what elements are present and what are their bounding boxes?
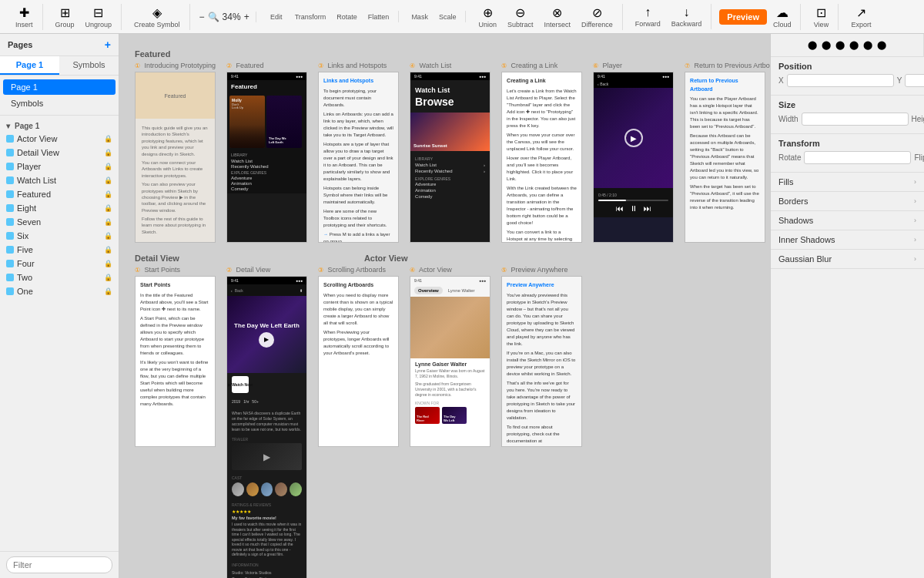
scale-button[interactable]: Scale xyxy=(434,11,461,22)
tab-symbols[interactable]: Symbols xyxy=(59,56,119,75)
artboard-intro[interactable]: Featured This quick guide will give you … xyxy=(135,72,216,243)
view-button[interactable]: ⊡ View xyxy=(808,4,833,30)
flatten-button[interactable]: Flatten xyxy=(363,11,394,22)
artboard-featured[interactable]: 9:41 ●●● Featured Molly Don'tLook Up xyxy=(226,72,307,243)
mask-button[interactable]: Mask xyxy=(407,11,433,22)
backward-button[interactable]: ↓ Backward xyxy=(667,4,707,29)
zoom-control[interactable]: − 🔍 34% + xyxy=(193,12,256,22)
layer-item-two[interactable]: Two 🔒 xyxy=(0,271,119,284)
wl-item-recently[interactable]: Recently Watched› xyxy=(415,168,485,174)
back-btn[interactable]: ‹ xyxy=(231,288,233,293)
wl-genre-comedy[interactable]: Comedy xyxy=(415,193,485,200)
artboard-watchlist[interactable]: 9:41 ●●● Watch List Browse Sunrise Sunse… xyxy=(410,72,490,243)
wl-genre-animation[interactable]: Animation xyxy=(415,187,485,193)
player-pause-btn[interactable]: ⏸ xyxy=(630,204,638,213)
edit-button[interactable]: Edit xyxy=(264,11,289,22)
tab-page1[interactable]: Page 1 xyxy=(0,56,59,75)
subtract-button[interactable]: ⊖ Subtract xyxy=(503,4,538,30)
layer-item-seven[interactable]: Seven 🔒 xyxy=(0,215,119,229)
page-item-symbols[interactable]: Symbols xyxy=(3,96,116,111)
layer-item-watch-list[interactable]: Watch List 🔒 xyxy=(0,173,119,187)
transform-button[interactable]: Transform xyxy=(290,11,331,22)
artboard-title-links: ③ Links and Hotspots xyxy=(318,62,399,69)
layer-item-featured[interactable]: Featured 🔒 xyxy=(0,187,119,201)
layer-item-one[interactable]: One 🔒 xyxy=(0,284,119,298)
borders-expand[interactable]: Borders › xyxy=(771,192,924,211)
player-next-btn[interactable]: ⏭ xyxy=(644,204,651,213)
artboard-startpoints[interactable]: Start Points In the title of the Feature… xyxy=(135,276,216,447)
gaussian-blur-expand[interactable]: Gaussian Blur › xyxy=(771,250,924,269)
group-button[interactable]: ⊞ Group xyxy=(51,4,79,30)
artboard-return[interactable]: Return to Previous Artboard You can see … xyxy=(685,72,765,243)
page-item-page1[interactable]: Page 1 xyxy=(3,79,116,95)
add-page-button[interactable]: + xyxy=(105,39,111,51)
intersect-button[interactable]: ⊗ Intersect xyxy=(539,4,575,30)
boolean-group: Mask Scale xyxy=(402,11,466,22)
ungroup-button[interactable]: ⊟ Ungroup xyxy=(81,4,117,30)
intro-text: This quick guide will give you an introd… xyxy=(136,119,215,241)
y-input[interactable] xyxy=(905,74,924,87)
layer-item-player[interactable]: Player 🔒 xyxy=(0,160,119,173)
zoom-minus[interactable]: − xyxy=(199,12,205,22)
overview-tab[interactable]: Overview xyxy=(414,287,443,294)
align-right-btn[interactable]: ⬤ xyxy=(834,39,846,52)
artboard-preview[interactable]: Preview Anywhere You've already previewe… xyxy=(501,276,582,447)
rotate-input[interactable] xyxy=(804,151,911,164)
watch-now-btn[interactable]: ▶ Watch Now xyxy=(232,376,249,393)
artboard-scrolling[interactable]: Scrolling Artboards When you need to dis… xyxy=(318,276,399,447)
cast-avatars-list xyxy=(232,482,302,496)
wl-genre-adventure[interactable]: Adventure xyxy=(415,181,485,187)
x-input[interactable] xyxy=(787,74,894,87)
shadows-expand[interactable]: Shadows › xyxy=(771,211,924,230)
union-button[interactable]: ⊕ Union xyxy=(474,4,501,30)
cast-avatar-4 xyxy=(275,482,287,496)
artboard-player[interactable]: 9:41 ●●● ‹ Back ▶ xyxy=(593,72,674,243)
difference-button[interactable]: ⊘ Difference xyxy=(577,4,618,30)
layer-item-six[interactable]: Six 🔒 xyxy=(0,229,119,243)
preview-button[interactable]: Preview xyxy=(719,9,767,25)
export-button[interactable]: ↗ Export xyxy=(846,4,875,30)
align-bottom-btn[interactable]: ⬤ xyxy=(875,39,888,52)
detail-trailer-thumb[interactable]: ▶ xyxy=(232,443,302,470)
player-back-btn[interactable]: ‹ Back xyxy=(598,82,608,86)
wl-item-watchlist[interactable]: Watch List› xyxy=(415,162,485,168)
player-prev-btn[interactable]: ⏮ xyxy=(616,204,624,213)
layer-seven: Seven xyxy=(17,217,41,227)
layer-item-eight[interactable]: Eight 🔒 xyxy=(0,201,119,215)
align-center-btn[interactable]: ⬤ xyxy=(820,39,832,52)
canvas-area[interactable]: Featured ① Introducing Prototyping Featu… xyxy=(119,34,770,578)
artboard-createlink[interactable]: Creating a Link Let's create a Link from… xyxy=(501,72,582,243)
layer-item-detail-view[interactable]: Detail View 🔒 xyxy=(0,146,119,160)
fills-expand[interactable]: Fills › xyxy=(771,173,924,192)
create-symbol-button[interactable]: ◈ Create Symbol xyxy=(129,4,185,30)
lynne-walter-tab[interactable]: Lynne Walter xyxy=(444,287,479,294)
zoom-plus[interactable]: + xyxy=(244,12,249,22)
layer-color-dot xyxy=(6,149,14,156)
align-middle-btn[interactable]: ⬤ xyxy=(862,39,874,52)
return-text: Return to Previous Artboard You can see … xyxy=(685,72,765,216)
size-label: Size xyxy=(778,100,916,109)
detail-description: When NASA discovers a duplicate Earth on… xyxy=(227,408,306,435)
layer-item-four[interactable]: Four 🔒 xyxy=(0,257,119,271)
rotate-button[interactable]: Rotate xyxy=(332,11,362,22)
player-progress-bar[interactable] xyxy=(598,200,668,201)
detail-trailer-section: TRAILER ▶ xyxy=(227,435,306,472)
inner-shadows-expand[interactable]: Inner Shadows › xyxy=(771,230,924,250)
artboard-title-startpoints: ① Start Points xyxy=(135,266,216,274)
detail-play-icon[interactable]: ▶ xyxy=(264,336,269,343)
width-input[interactable] xyxy=(802,113,909,126)
cloud-button[interactable]: ☁ Cloud xyxy=(768,4,796,30)
filter-input[interactable] xyxy=(6,556,112,573)
layer-item-five[interactable]: Five 🔒 xyxy=(0,243,119,257)
layer-item-actor-view[interactable]: Actor View 🔒 xyxy=(0,132,119,146)
artboard-detailview[interactable]: 9:41 ●●● ‹ Back ⬆ The Day We Left Earth xyxy=(226,276,307,578)
align-left-btn[interactable]: ⬤ xyxy=(806,39,819,52)
width-label: Width xyxy=(778,115,798,123)
layer-color xyxy=(6,232,14,240)
artboard-actorview[interactable]: 9:41 ●●● Overview Lynne Walter Lynne Gai… xyxy=(410,276,490,447)
artboard-links[interactable]: Links and Hotspots To begin prototyping,… xyxy=(318,72,399,243)
align-top-btn[interactable]: ⬤ xyxy=(848,39,860,52)
detail-share-btn[interactable]: ⬆ xyxy=(300,288,303,293)
forward-button[interactable]: ↑ Forward xyxy=(631,4,665,29)
insert-button[interactable]: ✚ Insert xyxy=(11,4,38,30)
